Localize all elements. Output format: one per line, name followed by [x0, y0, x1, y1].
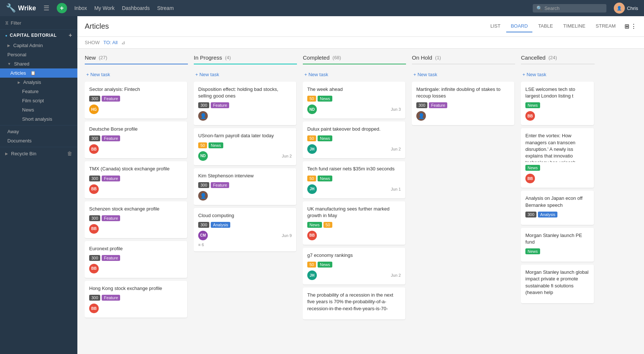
card-tags: 300 Feature [89, 215, 183, 221]
more-options-icon[interactable]: ⋮ [631, 23, 637, 30]
tab-board[interactable]: BOARD [506, 20, 532, 32]
add-task-cancelled[interactable]: + New task [521, 69, 595, 80]
card-date: Jun 2 [391, 273, 401, 277]
card-footer: BB [89, 184, 183, 194]
search-bar[interactable]: 🔍 Search [533, 4, 606, 13]
table-row[interactable]: The week ahead 50 News ND Jun 3 [303, 82, 405, 118]
table-row[interactable]: Enter the vortex: How managers can trans… [521, 128, 594, 188]
table-row[interactable]: TMX (Canada) stock exchange profile 300 … [85, 161, 187, 198]
table-row[interactable]: Martingale: infinite doubling of stakes … [412, 82, 514, 125]
tag-300: 300 [89, 215, 100, 221]
table-row[interactable]: Schenzen stock exchange profile 300 Feat… [85, 201, 187, 238]
delete-icon[interactable]: 🗑 [67, 151, 72, 156]
card-footer: ND Jun 3 [307, 105, 401, 114]
column-title-completed: Completed [303, 54, 330, 61]
tab-list[interactable]: LIST [486, 20, 505, 32]
app-logo[interactable]: 🔧 Wrike [6, 3, 36, 13]
column-count-new: (27) [99, 55, 107, 60]
add-task-new[interactable]: + New task [85, 69, 188, 80]
table-row[interactable]: Kim Stephenson interview 300 Feature 👤 [194, 168, 296, 205]
sidebar-item-personal[interactable]: Personal [0, 50, 77, 59]
add-task-completed[interactable]: + New task [303, 69, 406, 80]
card-tags: News [525, 102, 589, 108]
subtask-icon: ≡ [198, 243, 200, 247]
sidebar-item-away[interactable]: Away [0, 127, 77, 136]
tag-news: News [525, 165, 540, 171]
sidebar-item-documents[interactable]: Documents [0, 136, 77, 145]
table-row[interactable]: The probability of a recession in the ne… [303, 287, 405, 319]
card-title: Schenzen stock exchange profile [89, 206, 183, 212]
card-date: Jun 9 [282, 233, 292, 238]
table-row[interactable]: LSE welcomes tech sto largest London lis… [521, 82, 594, 125]
sidebar-item-filmscript[interactable]: Film script [4, 96, 77, 105]
column-count-cancelled: (24) [549, 55, 557, 60]
card-tags: 300 Feature [89, 96, 183, 102]
avatar: BB [89, 224, 99, 234]
tab-timeline[interactable]: TIMELINE [559, 20, 590, 32]
sidebar-item-capital-admin[interactable]: ▶ Capital Admin [0, 41, 77, 50]
sidebar-item-shortanalysis[interactable]: Short analysis [4, 114, 77, 124]
table-row[interactable]: Dulux paint takeover bod dropped. 50 New… [303, 121, 405, 158]
grid-view-icon[interactable]: ⊞ [624, 23, 629, 30]
nav-inbox[interactable]: Inbox [74, 5, 87, 11]
table-row[interactable]: Tech fund raiser nets $35m in30 seconds … [303, 161, 405, 198]
board-container: New (27) + New task Sector analysis: Fin… [77, 49, 644, 354]
sidebar-filter[interactable]: ⧖ Filter [0, 16, 77, 30]
card-footer: ND Jun 2 [198, 151, 292, 161]
nav-dashboards[interactable]: Dashboards [122, 5, 150, 11]
column-header-completed: Completed (68) [303, 54, 406, 64]
content-area: Articles LIST BOARD TABLE TIMELINE STREA… [77, 16, 644, 354]
filter-dropdown-icon[interactable]: ⊿ [121, 40, 125, 45]
sidebar-label-analysis: Analysis [23, 79, 41, 85]
tag-50: 50 [307, 262, 316, 268]
column-completed: Completed (68) + New task The week ahead… [303, 54, 406, 348]
table-row[interactable]: Morgan Stanley launch PE fund News [521, 228, 594, 262]
table-row[interactable]: Cloud computing 300 Analysis CM Jun 9 ≡ … [194, 208, 296, 251]
sidebar-label-news: News [22, 107, 34, 113]
tag-300: 300 [89, 135, 100, 141]
card-footer: 👤 [416, 111, 510, 121]
column-cancelled: Cancelled (24) + New task LSE welcomes t… [521, 54, 595, 348]
tag-50: 50 [307, 135, 316, 141]
card-tags: 300 Feature [89, 135, 183, 141]
table-row[interactable]: UK manufacturing sees further marked gro… [303, 201, 405, 245]
tag-300: 300 [525, 212, 536, 217]
nav-mywork[interactable]: My Work [94, 5, 115, 11]
sidebar-item-news[interactable]: News [4, 105, 77, 114]
table-row[interactable]: Sector analysis: Fintech 300 Feature HG [85, 82, 187, 118]
tag-analysis: Analysis [538, 212, 557, 217]
sidebar-item-shared[interactable]: ▼ Shared [0, 59, 77, 68]
sidebar-item-feature[interactable]: Feature [4, 87, 77, 96]
add-task-onhold[interactable]: + New task [412, 69, 515, 80]
create-plus-button[interactable]: + [57, 3, 67, 13]
tab-stream[interactable]: STREAM [591, 20, 620, 32]
column-title-inprogress: In Progress [194, 54, 222, 61]
column-title-onhold: On Hold [412, 54, 432, 61]
table-row[interactable]: Hong Kong stock exchange profile 300 Fea… [85, 281, 187, 318]
table-row[interactable]: Deutsche Borse profile 300 Feature BB [85, 121, 187, 158]
table-row[interactable]: Morgan Stanley launch global impact priv… [521, 265, 594, 303]
table-row[interactable]: Euronext profile 300 Feature BB [85, 241, 187, 278]
add-task-inprogress[interactable]: + New task [194, 69, 297, 80]
tab-table[interactable]: TABLE [534, 20, 557, 32]
column-title-new: New [85, 54, 96, 61]
card-footer: BB [89, 144, 183, 154]
sidebar-group-header[interactable]: ● CAPITAL EDITORIAL + [0, 30, 77, 41]
sidebar-item-recycle[interactable]: ▶ Recycle Bin 🗑 [0, 149, 77, 158]
sidebar-item-analysis[interactable]: ▶ Analysis [4, 78, 77, 87]
table-row[interactable]: Disposition effect: holding bad stocks, … [194, 82, 296, 125]
column-inprogress: In Progress (4) + New task Disposition e… [194, 54, 297, 348]
group-add-icon[interactable]: + [69, 32, 72, 39]
table-row[interactable]: USnon-farm payroll data later today 50 N… [194, 128, 296, 165]
tag-300: 300 [198, 182, 209, 188]
hamburger-icon[interactable]: ☰ [43, 4, 49, 12]
filter-value[interactable]: TO: All [103, 40, 118, 45]
table-row[interactable]: g7 economy rankings 50 News JH Jun 2 [303, 248, 405, 284]
table-row[interactable]: Analysis on Japan econ off Bernanke spee… [521, 191, 594, 224]
sidebar-label-documents: Documents [7, 138, 32, 144]
sidebar-item-articles[interactable]: Articles 📋 [0, 68, 77, 78]
sidebar-label-shortanalysis: Short analysis [22, 116, 52, 122]
user-avatar-area[interactable]: 👤 Chris [614, 3, 638, 14]
nav-stream[interactable]: Stream [157, 5, 174, 11]
avatar: BB [89, 304, 99, 313]
